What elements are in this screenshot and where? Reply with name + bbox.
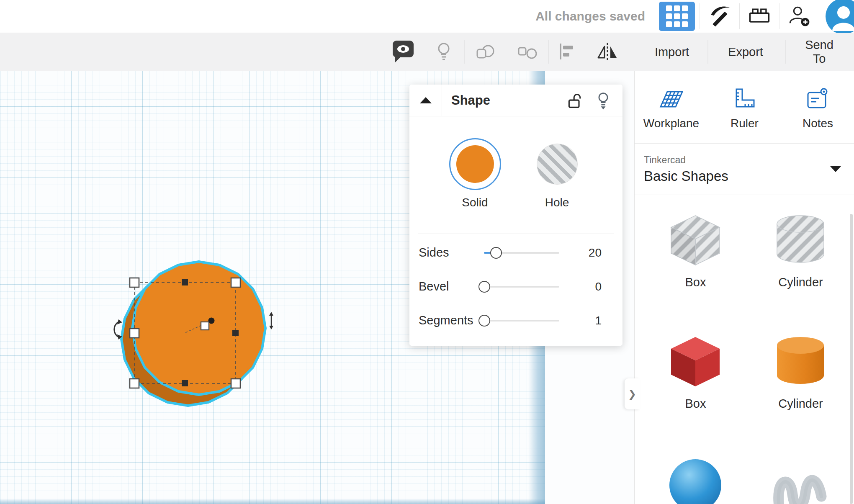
bevel-value: 0 <box>559 280 602 293</box>
shape-item-box-hole[interactable]: Box <box>665 210 726 331</box>
divider <box>548 40 549 64</box>
divider <box>785 40 786 64</box>
edge-handle-e[interactable] <box>232 330 239 336</box>
action-toolbar: Import Export Send To <box>0 33 854 71</box>
save-status: All changes saved <box>535 9 645 23</box>
sidebar-collapse-tab[interactable]: ❯ <box>625 378 640 409</box>
ungroup-icon <box>515 40 539 64</box>
shape-sliders: Sides 20 Bevel 0 Segments 1 <box>409 234 622 337</box>
pickaxe-icon <box>707 4 732 29</box>
topbar: All changes saved <box>0 0 854 33</box>
sides-slider-track[interactable] <box>484 252 559 254</box>
segments-slider-knob[interactable] <box>478 315 490 327</box>
rotate-handle[interactable] <box>114 319 122 339</box>
selected-shape-cylinder[interactable] <box>121 262 265 406</box>
segments-slider-row: Segments 1 <box>409 303 622 337</box>
tips-button[interactable] <box>594 91 612 110</box>
shape-inspector-panel: Shape Solid <box>409 85 622 346</box>
tinkercad-app: All changes saved <box>0 0 854 504</box>
sides-label: Sides <box>419 246 484 260</box>
tool-label: Notes <box>803 117 833 130</box>
height-handle[interactable] <box>201 322 209 330</box>
scale-handle-ne[interactable] <box>231 278 240 287</box>
brick-icon <box>747 4 772 29</box>
shape-label: Box <box>685 275 706 289</box>
mirror-button[interactable] <box>593 38 622 66</box>
solid-label: Solid <box>462 196 488 209</box>
lock-button[interactable] <box>566 91 584 110</box>
topbar-icons <box>654 0 854 33</box>
shape-label: Cylinder <box>778 275 823 289</box>
triangle-up-icon <box>420 97 432 103</box>
shape-label: Cylinder <box>778 397 823 411</box>
shape-item-cylinder-hole[interactable]: Cylinder <box>770 210 831 331</box>
library-selected: Basic Shapes <box>644 168 728 184</box>
send-to-button[interactable]: Send To <box>795 32 844 72</box>
bevel-slider-track[interactable] <box>484 286 559 288</box>
eye-view-icon <box>391 39 415 65</box>
tool-notes[interactable]: Notes <box>781 86 854 130</box>
solid-color-circle <box>449 138 501 190</box>
segments-label: Segments <box>419 314 484 327</box>
collapse-panel-button[interactable] <box>409 85 442 116</box>
shapes-sidebar: Workplane Ruler Notes <box>634 71 854 504</box>
import-button[interactable]: Import <box>645 39 699 65</box>
ruler-icon <box>731 86 759 113</box>
shape-item-sphere[interactable] <box>665 453 726 504</box>
sides-value: 20 <box>559 246 602 260</box>
edge-handle-n[interactable] <box>182 279 188 285</box>
shape-item-cylinder-orange[interactable]: Cylinder <box>770 331 831 453</box>
edge-handle-s[interactable] <box>182 380 188 386</box>
group-button[interactable] <box>471 38 499 66</box>
segments-slider-track[interactable] <box>484 320 559 321</box>
align-button[interactable] <box>552 38 581 66</box>
divider <box>465 40 465 64</box>
chevron-right-icon: ❯ <box>628 388 636 400</box>
library-text: Tinkercad Basic Shapes <box>635 154 728 184</box>
ungroup-button[interactable] <box>513 38 541 66</box>
hole-pattern-circle <box>531 138 583 190</box>
notes-icon <box>804 86 832 113</box>
divider <box>708 40 708 64</box>
sides-slider-knob[interactable] <box>490 247 502 259</box>
scale-handle-se[interactable] <box>231 379 240 388</box>
box-red-icon <box>665 331 726 392</box>
avatar[interactable] <box>826 0 854 34</box>
shape-library-dropdown[interactable]: Tinkercad Basic Shapes <box>635 143 854 195</box>
view-mode-button[interactable] <box>389 38 417 66</box>
person-add-icon <box>787 4 811 28</box>
shape-item-scribble[interactable] <box>770 453 831 504</box>
hole-label: Hole <box>545 196 569 209</box>
tool-ruler[interactable]: Ruler <box>708 86 781 130</box>
lightbulb-icon <box>432 40 455 64</box>
scale-handle-sw[interactable] <box>130 379 139 388</box>
bevel-label: Bevel <box>419 280 484 293</box>
scale-handle-nw[interactable] <box>130 278 139 287</box>
brick-export-button[interactable] <box>740 0 779 33</box>
hint-button[interactable] <box>430 38 458 66</box>
grid-icon <box>666 5 688 27</box>
shape-label: Box <box>685 397 706 411</box>
library-brand: Tinkercad <box>644 154 728 166</box>
dashboard-button[interactable] <box>659 2 695 31</box>
sides-slider-row: Sides 20 <box>409 236 622 270</box>
hole-swatch[interactable]: Hole <box>530 138 585 234</box>
bevel-slider-knob[interactable] <box>478 281 490 293</box>
scale-handle-w[interactable] <box>130 329 139 338</box>
segments-value: 1 <box>559 314 602 327</box>
caret-down-icon <box>830 166 841 172</box>
tool-workplane[interactable]: Workplane <box>635 86 708 130</box>
minecraft-export-button[interactable] <box>700 0 739 33</box>
invite-button[interactable] <box>779 0 819 33</box>
sphere-icon <box>665 453 726 504</box>
solid-swatch[interactable]: Solid <box>448 138 503 234</box>
export-button[interactable]: Export <box>718 39 773 65</box>
person-icon <box>826 0 854 34</box>
cylinder-orange-icon <box>770 331 831 392</box>
bulb-hint-icon <box>595 91 611 110</box>
gallery-scrollbar[interactable] <box>850 214 853 504</box>
shape-gallery: Box Cylinder <box>643 210 853 504</box>
shape-item-box-red[interactable]: Box <box>665 331 726 453</box>
group-icon <box>473 40 496 64</box>
material-swatches: Solid Hole <box>409 116 622 234</box>
